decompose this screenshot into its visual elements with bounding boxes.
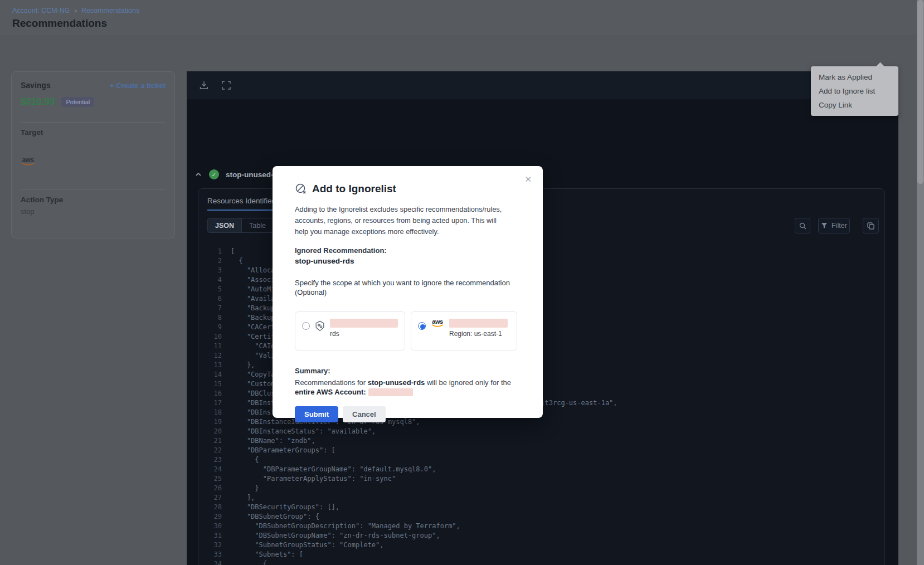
code-line: 25 "ParameterApplyStatus": "in-sync" [207,474,882,484]
action-type-label: Action Type [21,196,166,204]
potential-badge: Potential [61,97,94,107]
menu-item-mark-as-applied[interactable]: Mark as Applied [811,70,898,84]
scope-label: Specify the scope at which you want to i… [295,279,515,297]
code-line: 31 "DBSubnetGroupName": "zn-dr-rds-subne… [207,531,882,540]
modal-description: Adding to the Ignorelist excludes specif… [295,204,511,237]
redacted-value [449,319,508,328]
scope-option-rule[interactable]: rds [295,311,405,350]
code-line: 32 "SubnetGroupStatus": "Complete", [207,540,882,550]
rule-icon [314,320,325,332]
top-bar: Account: CCM-NG > Recommendations Recomm… [0,0,917,36]
chevron-up-icon[interactable] [194,171,202,178]
fullscreen-icon[interactable] [221,80,231,90]
cancel-button[interactable]: Cancel [343,406,386,422]
code-line: 27 ], [207,493,882,503]
summary-text: Recommendations for stop-unused-rds will… [295,378,518,397]
code-line: 34 { [207,559,882,565]
code-line: 21 "DBName": "zndb", [207,436,882,446]
scope-options: rds aws Region: us-east-1 [295,311,521,350]
search-icon [799,222,806,230]
savings-title: Savings [21,81,51,90]
filter-icon [821,222,828,229]
check-icon: ✓ [209,169,219,179]
submit-button[interactable]: Submit [295,406,338,422]
view-toggle-table[interactable]: Table [241,218,273,232]
radio-checked[interactable] [418,322,426,330]
view-toggle-json[interactable]: JSON [208,218,241,232]
breadcrumb-separator: > [74,7,77,14]
copy-icon [867,222,874,230]
menu-item-copy-link[interactable]: Copy Link [811,98,898,112]
code-line: 23 { [207,455,882,465]
divider [21,122,166,123]
ignored-recommendation-value: stop-unused-rds [295,257,521,265]
scope-option-label: Region: us-east-1 [449,330,508,338]
breadcrumb: Account: CCM-NG > Recommendations [12,7,139,14]
code-line: 24 "DBParameterGroupName": "default.mysq… [207,465,882,474]
modal-title: Add to Ignorelist [312,183,396,195]
ignore-icon [295,183,307,195]
scope-option-account[interactable]: aws Region: us-east-1 [411,311,517,350]
breadcrumb-recommendations-link[interactable]: Recommendations [81,7,139,14]
recommendation-header: aws stop-unused-rds Last evaluated on: 1… [0,37,917,71]
recommendations-page: Account: CCM-NG > Recommendations Recomm… [0,0,924,565]
redacted-value [330,319,398,328]
tab-resources-identified[interactable]: Resources Identified [207,197,276,211]
close-icon[interactable]: ✕ [524,175,532,183]
resource-row: ✓ stop-unused-rds [194,169,285,179]
scrollbar[interactable] [917,0,924,565]
radio-unchecked[interactable] [302,322,310,330]
copy-button[interactable] [863,218,879,233]
context-menu: Mark as AppliedAdd to Ignore listCopy Li… [811,66,898,116]
code-line: 20 "DBInstanceStatus": "available", [207,427,882,436]
code-line: 29 "DBSubnetGroup": { [207,512,882,522]
create-ticket-link[interactable]: + Create a ticket [110,81,166,90]
menu-item-add-to-ignore-list[interactable]: Add to Ignore list [811,84,898,98]
search-button[interactable] [795,218,810,233]
code-line: 30 "DBSubnetGroupDescription": "Managed … [207,522,882,531]
divider [21,189,166,190]
code-line: 26 } [207,484,882,493]
breadcrumb-account-link[interactable]: Account: CCM-NG [12,7,70,14]
page-title: Recommendations [12,17,107,30]
download-icon[interactable] [199,80,209,90]
savings-card: Savings + Create a ticket $310.93 Potent… [11,71,175,238]
action-type-value: stop [21,207,166,216]
aws-logo: aws [430,319,445,350]
scope-option-label: rds [330,330,398,338]
savings-amount: $310.93 [21,96,55,108]
view-toggle: JSON Table [207,218,274,233]
scrollbar-thumb[interactable] [917,0,923,184]
summary-label: Summary: [295,367,521,375]
aws-logo: aws [21,157,35,166]
ignored-recommendation-label: Ignored Recommendation: [295,246,521,255]
code-line: 28 "DBSecurityGroups": [], [207,503,882,512]
add-to-ignorelist-modal: ✕ Add to Ignorelist Adding to the Ignore… [273,166,543,418]
filter-button[interactable]: Filter [818,218,850,233]
redacted-value [368,388,413,396]
code-line: 33 "Subnets": [ [207,550,882,559]
code-line: 22 "DBParameterGroups": [ [207,446,882,455]
target-label: Target [21,128,166,137]
panel-toolbar [187,71,898,99]
